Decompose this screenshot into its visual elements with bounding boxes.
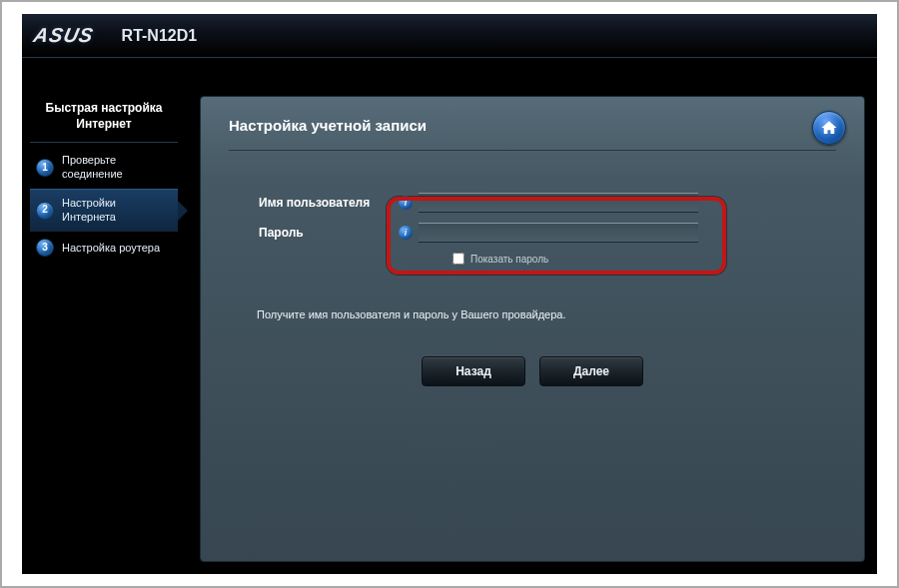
- back-button[interactable]: Назад: [422, 356, 525, 386]
- step-label: Проверьте соединение: [62, 154, 172, 182]
- home-button[interactable]: [812, 111, 846, 145]
- show-password-checkbox[interactable]: [452, 253, 464, 265]
- step-number-icon: 1: [36, 159, 54, 177]
- account-form: Имя пользователя i Пароль i: [229, 151, 836, 277]
- content-panel: Настройка учетной записи Имя пользовател…: [200, 96, 865, 562]
- step-number-icon: 3: [36, 239, 54, 257]
- help-icon[interactable]: i: [399, 196, 413, 210]
- next-button[interactable]: Далее: [539, 356, 643, 386]
- show-password-row: Показать пароль: [452, 253, 836, 265]
- sidebar-title: Быстрая настройка Интернет: [30, 96, 178, 143]
- username-input[interactable]: [419, 193, 698, 213]
- password-label: Пароль: [259, 226, 399, 240]
- model-name: RT-N12D1: [122, 27, 198, 45]
- help-text: Получите имя пользователя и пароль у Ваш…: [257, 308, 836, 320]
- button-row: Назад Далее: [229, 356, 836, 386]
- step-internet-settings[interactable]: 2 Настройки Интернета: [30, 189, 178, 232]
- password-row: Пароль i: [259, 223, 836, 243]
- step-number-icon: 2: [36, 202, 54, 220]
- step-router-setup[interactable]: 3 Настройка роутера: [30, 231, 178, 264]
- brand-logo: ASUS: [32, 24, 96, 47]
- header: ASUS RT-N12D1: [22, 14, 877, 58]
- username-row: Имя пользователя i: [259, 193, 836, 213]
- step-label: Настройки Интернета: [62, 197, 172, 225]
- password-input[interactable]: [419, 223, 698, 243]
- help-icon[interactable]: i: [399, 226, 413, 240]
- show-password-label: Показать пароль: [470, 254, 548, 265]
- sidebar: Быстрая настройка Интернет 1 Проверьте с…: [22, 70, 182, 574]
- username-label: Имя пользователя: [259, 196, 399, 210]
- step-check-connection[interactable]: 1 Проверьте соединение: [30, 147, 178, 189]
- step-label: Настройка роутера: [62, 242, 160, 256]
- panel-title: Настройка учетной записи: [229, 117, 836, 151]
- home-icon: [820, 119, 838, 137]
